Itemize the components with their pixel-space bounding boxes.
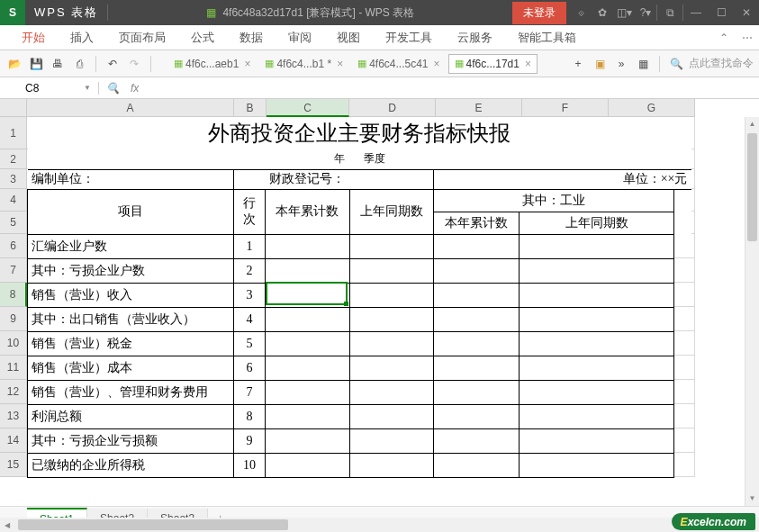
- cell[interactable]: [266, 404, 350, 428]
- cell[interactable]: [349, 258, 434, 283]
- tab-list-icon[interactable]: ▣: [591, 55, 609, 73]
- cell[interactable]: [266, 307, 350, 331]
- name-box[interactable]: C8 ▼: [18, 82, 99, 95]
- col-header-B[interactable]: B: [234, 99, 267, 117]
- scroll-up-arrow[interactable]: ▲: [745, 117, 759, 131]
- menu-review[interactable]: 审阅: [276, 24, 324, 51]
- row-header-13[interactable]: 13: [0, 404, 27, 428]
- scroll-down-arrow[interactable]: ▼: [745, 491, 759, 506]
- cell[interactable]: [434, 234, 520, 258]
- cell[interactable]: [520, 283, 674, 307]
- search-fn-icon[interactable]: 🔍: [106, 82, 120, 95]
- menu-view[interactable]: 视图: [324, 24, 373, 51]
- chevron-down-icon[interactable]: ▼: [84, 84, 91, 92]
- cell[interactable]: [266, 380, 350, 404]
- cell[interactable]: [520, 307, 674, 331]
- cell[interactable]: [520, 234, 674, 258]
- select-all-cells[interactable]: [0, 99, 27, 117]
- print-icon[interactable]: 🖶: [49, 55, 67, 73]
- cell[interactable]: [434, 404, 520, 428]
- sync-icon[interactable]: ⟐: [570, 6, 592, 19]
- cell[interactable]: [434, 283, 520, 307]
- menu-start[interactable]: 开始: [9, 24, 58, 51]
- cell[interactable]: [520, 380, 674, 404]
- skin-dropdown-icon[interactable]: ◫▾: [613, 6, 635, 19]
- menu-insert[interactable]: 插入: [58, 24, 106, 51]
- scroll-thumb[interactable]: [18, 519, 288, 530]
- row-header-4[interactable]: 4: [0, 189, 27, 212]
- table-row[interactable]: 其中：亏损企业亏损额 9: [28, 428, 691, 453]
- cell[interactable]: [266, 428, 350, 453]
- row-header-10[interactable]: 10: [0, 331, 27, 356]
- close-icon[interactable]: ×: [244, 58, 250, 70]
- menu-formula[interactable]: 公式: [178, 24, 227, 51]
- cell[interactable]: [349, 331, 434, 356]
- print-preview-icon[interactable]: ⎙: [70, 55, 88, 73]
- cell[interactable]: [434, 356, 520, 380]
- cell[interactable]: [434, 258, 520, 283]
- row-header-7[interactable]: 7: [0, 258, 27, 283]
- row-header-14[interactable]: 14: [0, 428, 27, 453]
- login-button[interactable]: 未登录: [512, 2, 566, 24]
- menu-layout[interactable]: 页面布局: [106, 24, 178, 51]
- help-dropdown-icon[interactable]: ?▾: [635, 6, 656, 19]
- vertical-scrollbar[interactable]: ▲ ▼: [745, 117, 759, 506]
- table-row[interactable]: 其中：出口销售（营业收入） 4: [28, 307, 691, 331]
- fx-icon[interactable]: fx: [131, 82, 139, 95]
- menu-smarttools[interactable]: 智能工具箱: [505, 24, 589, 51]
- ribbon-options-icon[interactable]: ⋯: [736, 32, 759, 44]
- minimize-button[interactable]: —: [683, 0, 709, 25]
- cell[interactable]: [266, 258, 350, 283]
- collapse-ribbon-icon[interactable]: ⌃: [712, 32, 736, 44]
- cell[interactable]: [349, 380, 434, 404]
- cell[interactable]: [520, 428, 674, 453]
- doc-tab-1[interactable]: ▦4f6c...aeb1×: [167, 54, 257, 74]
- row-header-12[interactable]: 12: [0, 380, 27, 404]
- row-header-15[interactable]: 15: [0, 453, 27, 477]
- col-header-E[interactable]: E: [436, 99, 522, 117]
- cell[interactable]: [266, 331, 350, 356]
- col-header-C[interactable]: C: [267, 99, 349, 117]
- table-row[interactable]: 汇编企业户数 1: [28, 234, 691, 258]
- row-header-11[interactable]: 11: [0, 356, 27, 380]
- tab-nav-icon[interactable]: »: [612, 55, 630, 73]
- new-tab-icon[interactable]: +: [569, 55, 587, 73]
- col-header-G[interactable]: G: [609, 99, 695, 117]
- undo-icon[interactable]: ↶: [104, 55, 122, 73]
- table-row[interactable]: 已缴纳的企业所得税 10: [28, 453, 691, 477]
- cell[interactable]: [520, 453, 674, 477]
- table-row[interactable]: 销售（营业）税金 5: [28, 331, 691, 356]
- close-icon[interactable]: ×: [525, 58, 531, 70]
- row-header-8[interactable]: 8: [0, 283, 27, 307]
- cell[interactable]: [520, 331, 674, 356]
- cell[interactable]: [266, 234, 350, 258]
- tab-options-icon[interactable]: ▦: [634, 55, 652, 73]
- settings-icon[interactable]: ✿: [592, 6, 613, 19]
- cell[interactable]: [266, 453, 350, 477]
- cell[interactable]: [349, 307, 434, 331]
- cell[interactable]: [434, 331, 520, 356]
- cell[interactable]: [349, 356, 434, 380]
- cell[interactable]: [434, 380, 520, 404]
- table-row[interactable]: 其中：亏损企业户数 2: [28, 258, 691, 283]
- col-header-F[interactable]: F: [522, 99, 609, 117]
- cell[interactable]: [266, 356, 350, 380]
- cell[interactable]: [266, 283, 350, 307]
- open-icon[interactable]: 📂: [5, 55, 23, 73]
- save-icon[interactable]: 💾: [27, 55, 45, 73]
- doc-tab-2[interactable]: ▦4f6c4...b1 *×: [258, 54, 349, 74]
- search-command-input[interactable]: 点此查找命令: [689, 56, 754, 71]
- row-header-2[interactable]: 2: [0, 149, 27, 169]
- spreadsheet-grid[interactable]: ABCDEFG 123456789101112131415 外商投资企业主要财务…: [0, 99, 759, 506]
- col-header-A[interactable]: A: [27, 99, 234, 117]
- cell[interactable]: [520, 258, 674, 283]
- table-row[interactable]: 销售（营业）成本 6: [28, 356, 691, 380]
- cell[interactable]: [434, 428, 520, 453]
- cell[interactable]: [520, 404, 674, 428]
- row-header-5[interactable]: 5: [0, 212, 27, 234]
- close-icon[interactable]: ×: [434, 58, 440, 70]
- row-header-6[interactable]: 6: [0, 234, 27, 258]
- close-button[interactable]: ✕: [734, 0, 759, 25]
- cell[interactable]: [349, 428, 434, 453]
- menu-data[interactable]: 数据: [227, 24, 276, 51]
